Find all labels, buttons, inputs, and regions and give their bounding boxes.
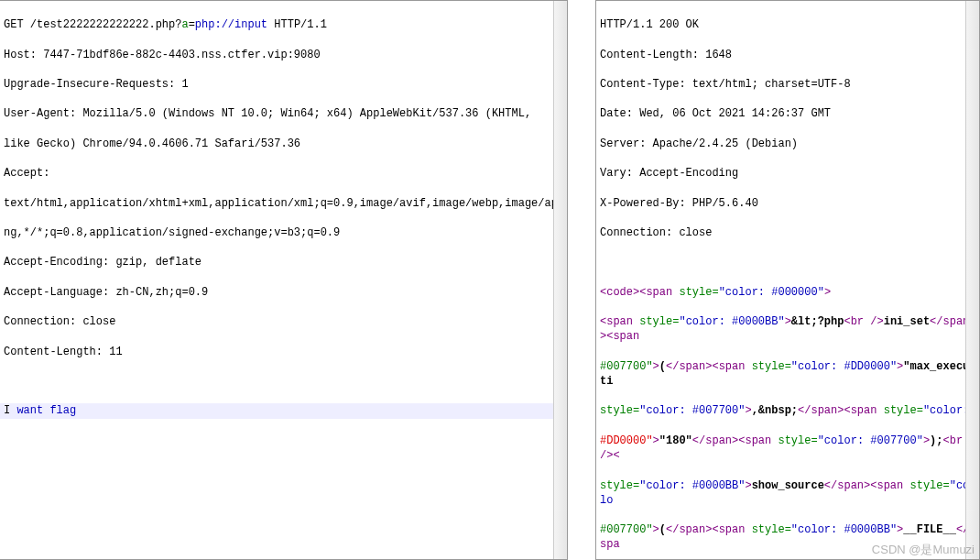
- host-header: Host: 7447-71bdf86e-882c-4403.nss.ctfer.…: [4, 48, 563, 62]
- response-pane: HTTP/1.1 200 OK Content-Length: 1648 Con…: [595, 0, 980, 560]
- response-content[interactable]: HTTP/1.1 200 OK Content-Length: 1648 Con…: [596, 1, 979, 560]
- watermark: CSDN @是Mumuzi: [872, 542, 975, 558]
- request-body[interactable]: I want flag: [0, 403, 560, 418]
- response-status: HTTP/1.1 200 OK: [600, 17, 975, 32]
- request-pane: GET /test2222222222222.php?a=php://input…: [0, 0, 568, 560]
- request-method: GET: [4, 18, 30, 31]
- request-content[interactable]: GET /test2222222222222.php?a=php://input…: [0, 1, 567, 450]
